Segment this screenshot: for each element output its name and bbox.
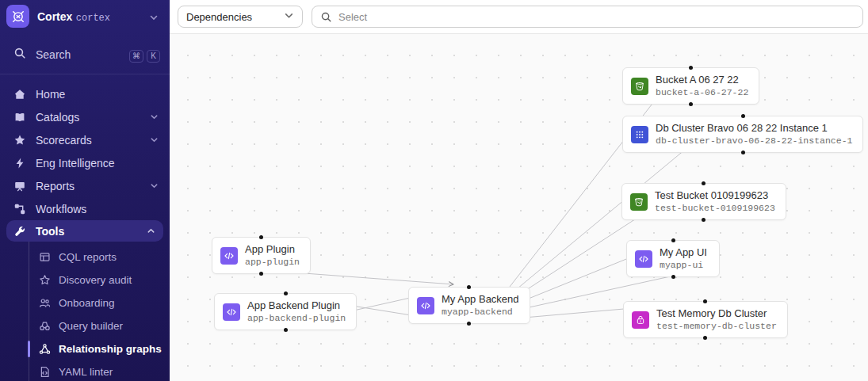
sidebar-item-label: Discovery audit	[59, 274, 132, 286]
star-outline-icon	[39, 274, 51, 286]
search-label: Search	[36, 48, 120, 61]
workflow-icon	[13, 203, 26, 215]
code-icon	[635, 250, 652, 268]
chevron-up-icon	[147, 225, 155, 238]
workspace-switcher[interactable]: Cortex cortex	[0, 0, 170, 31]
sidebar-item-label: CQL reports	[59, 251, 117, 263]
sidebar-item-workflows[interactable]: Workflows	[0, 197, 170, 220]
node-tag: myapp-ui	[660, 259, 707, 271]
sidebar-item-label: Home	[36, 88, 159, 101]
graph-node-myapp-backend[interactable]: My App Backend myapp-backend	[408, 287, 530, 324]
lightning-icon	[13, 157, 26, 170]
cmd-key-badge: ⌘	[129, 50, 143, 63]
star-icon	[13, 134, 26, 147]
binoculars-icon	[39, 320, 51, 332]
graph-node-app-backend-plugin[interactable]: App Backend Plugin app-backend-plugin	[214, 293, 357, 330]
graph-node-test-memory-db-cluster[interactable]: Test Memory Db Cluster test-memory-db-cl…	[623, 301, 788, 338]
node-title: Bucket A 06 27 22	[656, 74, 748, 86]
sidebar-item-relationship-graphs[interactable]: Relationship graphs	[29, 337, 170, 360]
entity-search-placeholder: Select	[338, 11, 367, 23]
sidebar-item-query-builder[interactable]: Query builder	[29, 314, 170, 337]
sidebar-item-cql-reports[interactable]: CQL reports	[29, 246, 170, 269]
relationship-type-select[interactable]: Dependencies	[178, 6, 303, 28]
k-key-badge: K	[147, 50, 160, 63]
node-tag: test-bucket-0109199623	[655, 202, 775, 214]
node-title: Test Bucket 0109199623	[655, 189, 775, 202]
wrench-icon	[13, 225, 26, 238]
divider	[0, 74, 170, 74]
node-title: App Backend Plugin	[247, 299, 346, 312]
node-tag: db-cluster-bravo-06-28-22-instance-1	[656, 135, 852, 147]
search-icon	[13, 47, 26, 63]
relationship-graph-canvas[interactable]: Bucket A 06 27 22 bucket-a-06-27-22 Db C…	[170, 34, 868, 381]
sidebar-item-onboarding[interactable]: Onboarding	[29, 291, 170, 314]
workspace-slug: cortex	[76, 13, 110, 24]
table-icon	[39, 251, 51, 263]
sidebar-item-eng-intelligence[interactable]: Eng Intelligence	[0, 151, 170, 174]
node-title: Db Cluster Bravo 06 28 22 Instance 1	[656, 122, 852, 135]
relationship-graph-icon	[39, 343, 51, 355]
graph-node-bucket-a[interactable]: Bucket A 06 27 22 bucket-a-06-27-22	[622, 67, 759, 105]
sidebar: Cortex cortex Search ⌘K Home Catalogs	[0, 0, 170, 381]
node-title: My App UI	[660, 246, 707, 259]
sidebar-item-scorecards[interactable]: Scorecards	[0, 128, 170, 151]
book-icon	[13, 111, 26, 124]
search-icon	[320, 11, 332, 23]
sidebar-item-discovery-audit[interactable]: Discovery audit	[29, 269, 170, 291]
sidebar-item-label: Reports	[36, 180, 140, 192]
sidebar-item-catalogs[interactable]: Catalogs	[0, 105, 170, 128]
node-tag: myapp-backend	[442, 306, 519, 318]
node-tag: bucket-a-06-27-22	[656, 86, 748, 98]
sidebar-item-label: Workflows	[36, 203, 159, 215]
code-icon	[220, 247, 238, 265]
sidebar-item-label: Catalogs	[36, 111, 140, 124]
chevron-down-icon	[150, 111, 159, 124]
code-file-icon	[39, 366, 51, 378]
node-tag: test-memory-db-cluster	[656, 320, 777, 332]
users-icon	[39, 297, 51, 309]
graph-node-myapp-ui[interactable]: My App UI myapp-ui	[626, 240, 720, 277]
workspace-title: Cortex	[37, 10, 72, 23]
sidebar-item-label: Onboarding	[59, 297, 115, 309]
chevron-down-icon	[149, 11, 159, 25]
sidebar-search[interactable]: Search ⌘K	[0, 37, 170, 72]
sidebar-item-label: Tools	[36, 225, 137, 238]
s3-bucket-icon	[630, 193, 648, 211]
active-indicator	[28, 341, 30, 357]
relationship-type-value: Dependencies	[186, 11, 252, 23]
node-title: App Plugin	[245, 243, 300, 256]
chevron-down-icon	[150, 180, 159, 192]
code-icon	[223, 303, 240, 321]
sidebar-item-reports[interactable]: Reports	[0, 174, 170, 197]
sidebar-item-label: Query builder	[59, 320, 123, 332]
sidebar-item-label: YAML linter	[59, 366, 113, 378]
memorydb-icon	[632, 311, 649, 329]
node-title: Test Memory Db Cluster	[656, 307, 777, 320]
sidebar-item-tools[interactable]: Tools	[6, 220, 163, 242]
chevron-down-icon	[284, 10, 294, 23]
graph-node-test-bucket[interactable]: Test Bucket 0109199623 test-bucket-01091…	[621, 183, 786, 220]
cortex-logo-icon	[6, 5, 29, 28]
code-icon	[417, 297, 434, 314]
s3-bucket-icon	[631, 78, 648, 95]
home-icon	[13, 88, 26, 101]
presentation-chart-icon	[13, 180, 26, 192]
sidebar-item-label: Scorecards	[36, 134, 140, 147]
graph-toolbar: Dependencies Select	[170, 0, 868, 34]
sidebar-item-label: Eng Intelligence	[36, 157, 159, 170]
graph-node-db-cluster-bravo[interactable]: Db Cluster Bravo 06 28 22 Instance 1 db-…	[622, 116, 863, 153]
graph-node-app-plugin[interactable]: App Plugin app-plugin	[212, 237, 311, 274]
tools-submenu: CQL reports Discovery audit Onboarding Q…	[29, 242, 170, 381]
entity-search-input[interactable]: Select	[312, 6, 863, 28]
node-tag: app-plugin	[245, 256, 300, 268]
sidebar-item-home[interactable]: Home	[0, 82, 170, 105]
sidebar-item-yaml-linter[interactable]: YAML linter	[29, 360, 170, 381]
sidebar-nav: Home Catalogs Scorecards Eng Intelligenc…	[0, 79, 170, 381]
dynamodb-icon	[631, 126, 648, 143]
chevron-down-icon	[150, 134, 159, 147]
node-tag: app-backend-plugin	[247, 312, 346, 324]
sidebar-item-label: Relationship graphs	[59, 343, 162, 355]
node-title: My App Backend	[442, 293, 519, 306]
